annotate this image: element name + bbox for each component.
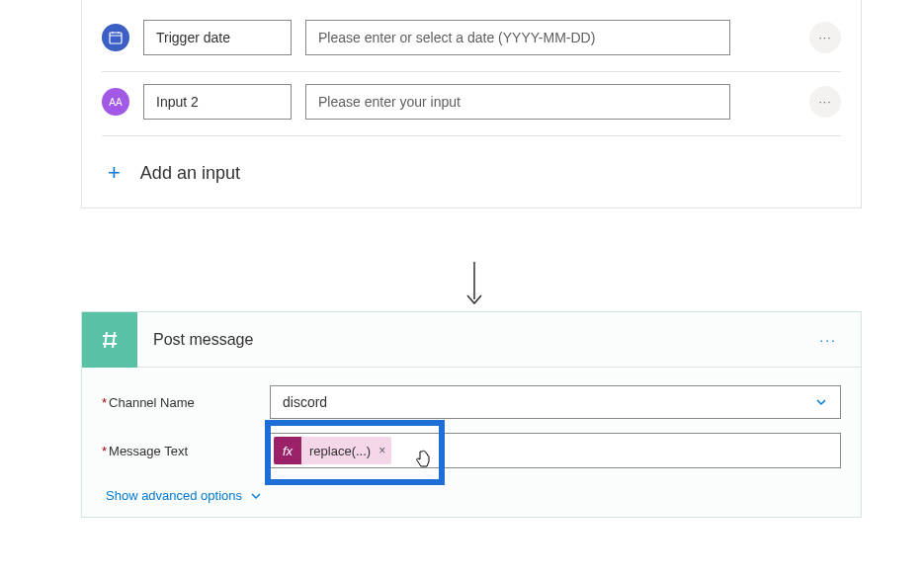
channel-name-row: *Channel Name discord (102, 385, 841, 419)
add-input-button[interactable]: + Add an input (108, 160, 841, 186)
chevron-down-icon (250, 490, 262, 502)
input-name-field[interactable]: Trigger date (143, 20, 292, 55)
card-title: Post message (153, 331, 253, 349)
message-text-label: *Message Text (102, 444, 270, 458)
input-name-field[interactable]: Input 2 (143, 84, 292, 120)
input-value-field[interactable]: Please enter or select a date (YYYY-MM-D… (305, 20, 730, 55)
svg-rect-0 (110, 33, 122, 43)
plus-icon: + (108, 160, 121, 186)
message-text-input[interactable]: fx replace(...) × (270, 433, 841, 468)
divider (102, 135, 841, 136)
input-row-trigger-date: Trigger date Please enter or select a da… (102, 8, 841, 67)
svg-line-8 (113, 332, 115, 348)
slack-icon (82, 312, 137, 368)
calendar-icon (102, 24, 129, 51)
post-message-header[interactable]: Post message ··· (82, 312, 861, 368)
expression-text: replace(...) (301, 444, 378, 458)
flow-connector-arrow (464, 262, 484, 309)
card-more-button[interactable]: ··· (815, 328, 841, 352)
expression-remove-button[interactable]: × (378, 444, 391, 457)
add-input-label: Add an input (140, 163, 240, 184)
trigger-inputs-card: Trigger date Please enter or select a da… (81, 0, 862, 208)
post-message-body: *Channel Name discord *Message Text fx r… (82, 368, 861, 517)
expression-token[interactable]: fx replace(...) × (274, 437, 391, 464)
input-row-input2: AA Input 2 Please enter your input ··· (102, 72, 841, 131)
post-message-card: Post message ··· *Channel Name discord *… (81, 311, 862, 518)
message-text-row: *Message Text fx replace(...) × (102, 433, 841, 468)
text-input-icon: AA (102, 88, 129, 116)
show-advanced-label: Show advanced options (106, 488, 242, 503)
fx-icon: fx (274, 437, 301, 464)
channel-name-select[interactable]: discord (270, 385, 841, 419)
row-more-button[interactable]: ··· (809, 86, 841, 118)
show-advanced-options-button[interactable]: Show advanced options (106, 488, 262, 503)
cursor-hand-icon (413, 450, 433, 476)
channel-name-value: discord (283, 394, 327, 410)
row-more-button[interactable]: ··· (809, 22, 841, 53)
chevron-down-icon (814, 395, 828, 409)
input-value-field[interactable]: Please enter your input (305, 84, 730, 120)
svg-line-7 (105, 332, 107, 348)
channel-name-label: *Channel Name (102, 395, 270, 410)
